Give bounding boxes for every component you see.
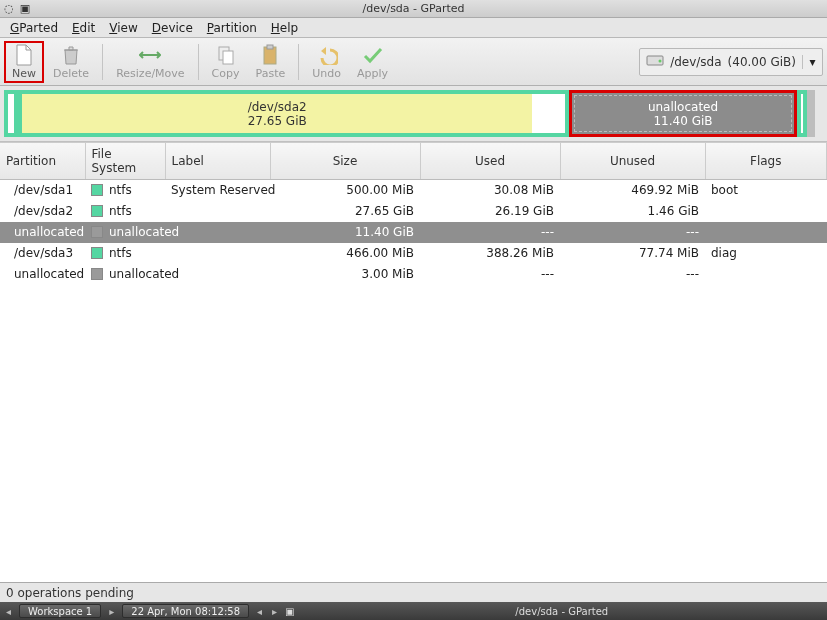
- copy-icon: [215, 44, 237, 66]
- fs-swatch-icon: [91, 205, 103, 217]
- cell-filesystem: ntfs: [85, 180, 165, 201]
- device-selector[interactable]: /dev/sda (40.00 GiB) ▾: [639, 48, 823, 76]
- taskbar-app-icon[interactable]: ▣: [285, 606, 294, 617]
- cell-partition: unallocated: [0, 222, 85, 243]
- col-used[interactable]: Used: [420, 143, 560, 180]
- undo-button[interactable]: Undo: [305, 41, 348, 83]
- menu-view[interactable]: View: [103, 19, 143, 37]
- partmap-sda1[interactable]: [4, 90, 18, 137]
- new-button[interactable]: New: [4, 41, 44, 83]
- table-row[interactable]: unallocatedunallocated11.40 GiB------: [0, 222, 827, 243]
- table-row[interactable]: /dev/sda3ntfs466.00 MiB388.26 MiB77.74 M…: [0, 243, 827, 264]
- paste-label: Paste: [256, 67, 286, 80]
- paste-icon: [259, 44, 281, 66]
- taskbar: ◂ Workspace 1 ▸ 22 Apr, Mon 08:12:58 ◂ ▸…: [0, 602, 827, 620]
- partmap-sda2[interactable]: /dev/sda2 27.65 GiB: [18, 90, 569, 137]
- status-text: 0 operations pending: [6, 586, 134, 600]
- cell-label: [165, 243, 270, 264]
- resize-label: Resize/Move: [116, 67, 184, 80]
- delete-button[interactable]: Delete: [46, 41, 96, 83]
- apply-button[interactable]: Apply: [350, 41, 395, 83]
- partmap-unallocated[interactable]: unallocated 11.40 GiB: [569, 90, 797, 137]
- svg-rect-3: [267, 45, 273, 49]
- cell-unused: 469.92 MiB: [560, 180, 705, 201]
- cell-filesystem: ntfs: [85, 243, 165, 264]
- cell-partition: /dev/sda3: [0, 243, 85, 264]
- menu-partition[interactable]: Partition: [201, 19, 263, 37]
- fs-swatch-icon: [91, 226, 103, 238]
- taskbar-clock[interactable]: 22 Apr, Mon 08:12:58: [122, 604, 249, 618]
- cell-unused: 77.74 MiB: [560, 243, 705, 264]
- cell-filesystem: ntfs: [85, 201, 165, 222]
- partition-table: Partition File System Label Size Used Un…: [0, 142, 827, 582]
- table-row[interactable]: /dev/sda1ntfsSystem Reserved500.00 MiB30…: [0, 180, 827, 201]
- partition-map: /dev/sda2 27.65 GiB unallocated 11.40 Gi…: [0, 86, 827, 142]
- col-partition[interactable]: Partition: [0, 143, 85, 180]
- window-titlebar: ◌ ▣ /dev/sda - GParted: [0, 0, 827, 18]
- cell-label: [165, 264, 270, 285]
- window-title: /dev/sda - GParted: [362, 2, 464, 15]
- menu-gparted[interactable]: GParted: [4, 19, 64, 37]
- cell-flags: [705, 264, 827, 285]
- col-unused[interactable]: Unused: [560, 143, 705, 180]
- toolbar: New Delete Resize/Move Copy Paste Undo: [0, 38, 827, 86]
- cell-unused: 1.46 GiB: [560, 201, 705, 222]
- cell-used: 26.19 GiB: [420, 201, 560, 222]
- apply-label: Apply: [357, 67, 388, 80]
- new-icon: [13, 44, 35, 66]
- undo-icon: [316, 44, 338, 66]
- svg-rect-1: [223, 51, 233, 64]
- svg-point-5: [659, 60, 662, 63]
- resize-move-button[interactable]: Resize/Move: [109, 41, 191, 83]
- cell-used: ---: [420, 264, 560, 285]
- toolbar-sep-2: [198, 44, 199, 80]
- partmap-sda3[interactable]: [797, 90, 807, 137]
- fs-swatch-icon: [91, 268, 103, 280]
- taskbar-clock-right-icon[interactable]: ▸: [270, 606, 279, 617]
- cell-unused: ---: [560, 264, 705, 285]
- cell-flags: [705, 222, 827, 243]
- cell-flags: [705, 201, 827, 222]
- device-size: (40.00 GiB): [728, 55, 796, 69]
- delete-label: Delete: [53, 67, 89, 80]
- cell-size: 11.40 GiB: [270, 222, 420, 243]
- partmap-sda2-name: /dev/sda2: [248, 100, 307, 114]
- window-menu-icon[interactable]: ◌: [2, 1, 16, 15]
- cell-filesystem: unallocated: [85, 264, 165, 285]
- cell-partition: /dev/sda1: [0, 180, 85, 201]
- taskbar-window-title[interactable]: /dev/sda - GParted: [301, 606, 823, 617]
- new-label: New: [12, 67, 36, 80]
- menu-help[interactable]: Help: [265, 19, 304, 37]
- col-label[interactable]: Label: [165, 143, 270, 180]
- menu-edit[interactable]: Edit: [66, 19, 101, 37]
- col-flags[interactable]: Flags: [705, 143, 827, 180]
- cell-used: ---: [420, 222, 560, 243]
- cell-flags: boot: [705, 180, 827, 201]
- cell-filesystem: unallocated: [85, 222, 165, 243]
- table-row[interactable]: /dev/sda2ntfs27.65 GiB26.19 GiB1.46 GiB: [0, 201, 827, 222]
- taskbar-workspace[interactable]: Workspace 1: [19, 604, 101, 618]
- paste-button[interactable]: Paste: [249, 41, 293, 83]
- cell-flags: diag: [705, 243, 827, 264]
- partmap-sda2-size: 27.65 GiB: [248, 114, 307, 128]
- cell-size: 466.00 MiB: [270, 243, 420, 264]
- partmap-unallocated-tail[interactable]: [807, 90, 815, 137]
- fs-swatch-icon: [91, 247, 103, 259]
- table-row[interactable]: unallocatedunallocated3.00 MiB------: [0, 264, 827, 285]
- cell-label: [165, 222, 270, 243]
- taskbar-right-icon[interactable]: ▸: [107, 606, 116, 617]
- trash-icon: [60, 44, 82, 66]
- undo-label: Undo: [312, 67, 341, 80]
- col-filesystem[interactable]: File System: [85, 143, 165, 180]
- taskbar-left-icon[interactable]: ◂: [4, 606, 13, 617]
- menu-device[interactable]: Device: [146, 19, 199, 37]
- cell-used: 30.08 MiB: [420, 180, 560, 201]
- cell-used: 388.26 MiB: [420, 243, 560, 264]
- col-size[interactable]: Size: [270, 143, 420, 180]
- taskbar-clock-left-icon[interactable]: ◂: [255, 606, 264, 617]
- status-bar: 0 operations pending: [0, 582, 827, 602]
- cell-size: 3.00 MiB: [270, 264, 420, 285]
- copy-button[interactable]: Copy: [205, 41, 247, 83]
- disk-icon: [646, 52, 664, 71]
- cell-partition: unallocated: [0, 264, 85, 285]
